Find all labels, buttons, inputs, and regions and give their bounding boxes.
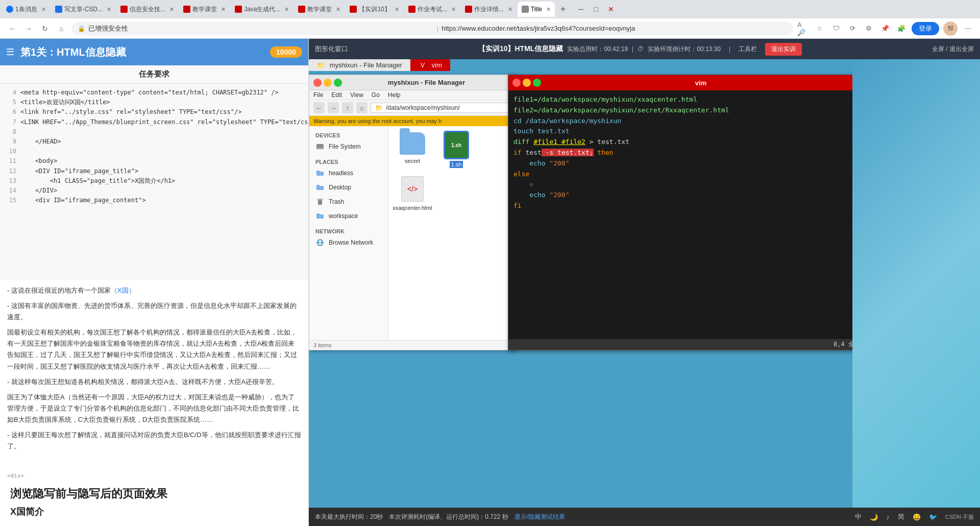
vim-line: cd /data/workspace/myshixun (513, 116, 860, 127)
tab-4[interactable]: 教学课堂 ✕ (179, 2, 230, 17)
tab-7[interactable]: 【实训10】 ✕ (346, 2, 403, 17)
vim-line: else (513, 169, 860, 180)
forward-button[interactable]: → (22, 22, 35, 35)
tab-6[interactable]: 教学课堂 ✕ (294, 2, 345, 17)
right-top-bar: 图形化窗口 【实训10】HTML信息隐藏 实验总用时：00:42:19 | ⏱ … (309, 39, 980, 59)
sidebar-item-desktop[interactable]: Desktop (309, 180, 388, 195)
music-icon[interactable]: ♪ (886, 513, 890, 521)
vim-close-button[interactable] (512, 79, 521, 87)
code-line: 5<title>欢迎访问X国</title> (6, 98, 302, 107)
right-panel: 图形化窗口 【实训10】HTML信息隐藏 实验总用时：00:42:19 | ⏱ … (309, 39, 980, 526)
vim-line: if test -s test.txt; then (513, 148, 860, 158)
vim-line: file1=/data/workspace/myshixun/xxaqcente… (513, 94, 860, 105)
fm-home-button[interactable]: ⌂ (356, 102, 368, 113)
toolbar-label: 工具栏 (739, 45, 757, 54)
fm-sidebar: DEVICES File System PLACES (309, 126, 388, 340)
vim-title: vim (541, 79, 861, 87)
login-button[interactable]: 登录 (912, 22, 939, 35)
tab-8[interactable]: 作业考试... ✕ (404, 2, 460, 17)
window-controls: ─ □ ✕ (575, 3, 617, 15)
svg-rect-4 (319, 198, 321, 199)
night-mode-icon[interactable]: 🌙 (870, 513, 878, 521)
tab-3[interactable]: 信息安全技... ✕ (116, 2, 178, 17)
maximize-button[interactable]: □ (591, 3, 601, 15)
pin-button[interactable]: 📌 (879, 22, 891, 35)
folder-icon (315, 211, 325, 221)
fm-back-button[interactable]: ← (313, 102, 325, 113)
file-manager-tab[interactable]: 📁 myshixun - File Manager (309, 59, 410, 71)
address-field[interactable]: 🔒 已增强安全性 | https://www.educoder.net/task… (71, 22, 793, 35)
translate-button[interactable]: A🔎 (797, 22, 810, 35)
shield-icon[interactable]: 🛡 (830, 22, 842, 35)
settings-button[interactable]: ⚙ (863, 22, 875, 35)
vim-line: echo "200" (513, 190, 860, 201)
window-maximize-button[interactable] (334, 79, 342, 87)
tab-9[interactable]: 作业详情... ✕ (461, 2, 517, 17)
fm-path-bar[interactable]: 📁 /data/workspace/myshixun/ (371, 103, 511, 113)
address-bar: ← → ↻ ⌂ 🔒 已增强安全性 | https://www.educoder.… (0, 18, 980, 39)
vim-minimize-button[interactable] (523, 79, 531, 87)
menu-help[interactable]: Help (388, 91, 401, 99)
avatar[interactable]: 邹 (943, 21, 958, 36)
tab-2[interactable]: 写文章-CSD... ✕ (51, 2, 115, 17)
vim-line: fi (513, 201, 860, 211)
minimize-button[interactable]: ─ (575, 3, 586, 15)
file-manager-titlebar: myshixun - File Manager (309, 75, 515, 90)
code-line: 7<LINK HREF="../App_Themes/blueprint_scr… (6, 117, 302, 127)
close-button[interactable]: ✕ (605, 3, 617, 15)
home-button[interactable]: ⌂ (55, 22, 67, 35)
show-results-button[interactable]: 显示/隐藏测试结果 (514, 513, 565, 521)
sidebar-item-network[interactable]: Browse Network (309, 235, 388, 250)
sidebar-item-headless[interactable]: headless (309, 166, 388, 180)
svg-rect-3 (317, 199, 323, 200)
vim-line: touch test.txt (513, 126, 860, 137)
vim-maximize-button[interactable] (533, 79, 541, 87)
menu-icon[interactable]: ☰ (6, 46, 14, 58)
extension-button[interactable]: 🧩 (895, 22, 908, 35)
input-method-icon[interactable]: 中 (855, 512, 862, 521)
vim-content[interactable]: file1=/data/workspace/myshixun/xxaqcente… (508, 90, 865, 339)
folder-icon: 📁 (375, 104, 383, 111)
emoji-icon[interactable]: 😀 (913, 513, 921, 521)
window-close-button[interactable] (313, 79, 322, 87)
fm-up-button[interactable]: ↑ (342, 102, 353, 113)
vim-window: vim file1=/data/workspace/myshixun/xxaqc… (508, 75, 865, 350)
vim-line: ☆ (513, 179, 860, 190)
countdown-label: ⏱ (638, 45, 644, 53)
bookmark-button[interactable]: ☆ (814, 22, 826, 35)
eval-time-label: 本次评测耗时(编译、运行总时间)：0.722 秒 (389, 513, 508, 521)
vim-tab[interactable]: V vim (410, 59, 450, 71)
fullscreen-button[interactable]: 全屏 / 退出全屏 (932, 45, 974, 54)
code-line: 12 <DIV ID="iframe_page_title"> (6, 166, 302, 176)
tab-1[interactable]: 1条消息 ✕ (2, 2, 50, 17)
tab-10[interactable]: Title ✕ (518, 2, 555, 17)
more-button[interactable]: ⋯ (962, 22, 974, 35)
session-time: 实验总用时：00:42:19 (567, 45, 628, 54)
menu-file[interactable]: File (313, 91, 323, 99)
floating-area: 📁 myshixun - File Manager V vim myshixun (309, 59, 980, 526)
new-tab-button[interactable]: + (556, 2, 570, 16)
back-button[interactable]: ← (6, 22, 18, 35)
window-minimize-button[interactable] (324, 79, 332, 87)
menu-edit[interactable]: Edit (331, 91, 342, 99)
url-text: https://www.educoder.net/tasks/jira5vz3q… (442, 25, 787, 32)
folder-icon (315, 169, 325, 178)
vim-line: file2=/data/workspace/myshixun/secret/Rx… (513, 105, 860, 116)
window-controls (313, 79, 342, 87)
sidebar-item-trash[interactable]: Trash (309, 195, 388, 209)
menu-go[interactable]: Go (372, 91, 380, 99)
svg-rect-2 (318, 200, 322, 205)
exit-training-button[interactable]: 退出实训 (765, 43, 802, 56)
menu-view[interactable]: View (350, 91, 363, 99)
file-item-1sh[interactable]: 1.sh 1.sh (438, 132, 474, 168)
tab-5[interactable]: Java生成代... ✕ (231, 2, 293, 17)
bird-icon[interactable]: 🐦 (929, 513, 937, 521)
file-item-xxaqcenter[interactable]: </> xxaqcenter.html (395, 176, 430, 211)
sidebar-item-filesystem[interactable]: File System (309, 139, 388, 154)
fm-forward-button[interactable]: → (328, 102, 339, 113)
refresh-button[interactable]: ⟳ (846, 22, 859, 35)
reload-button[interactable]: ↻ (39, 22, 51, 35)
sidebar-item-workspace[interactable]: workspace (309, 209, 388, 223)
simplified-icon[interactable]: 简 (898, 512, 904, 521)
file-item-secret[interactable]: secret (395, 132, 430, 168)
